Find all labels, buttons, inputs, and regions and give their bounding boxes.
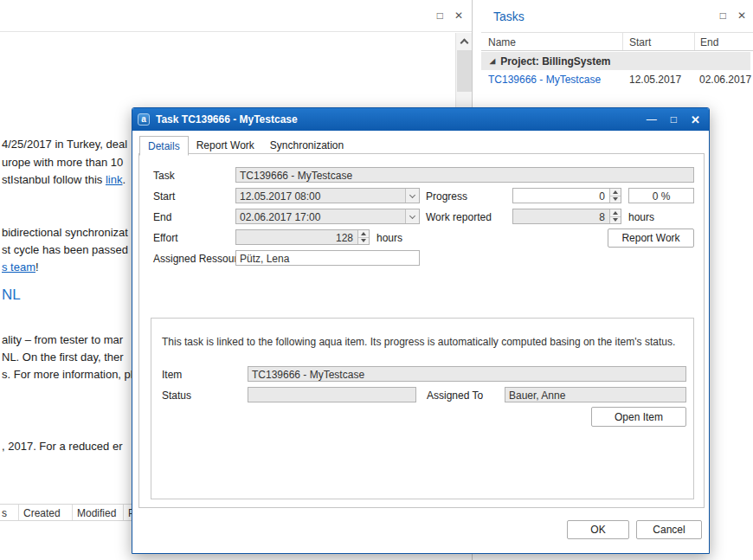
window-controls: □ ✕ xyxy=(720,10,746,22)
dialog-titlebar[interactable]: a Task TC139666 - MyTestcase — □ ✕ xyxy=(132,108,709,131)
minimize-icon[interactable]: — xyxy=(647,113,657,126)
column-header-end[interactable]: End xyxy=(695,33,753,50)
close-icon[interactable]: ✕ xyxy=(737,10,746,22)
task-row[interactable]: TC139666 - MyTestcase 12.05.2017 02.06.2… xyxy=(481,70,753,88)
progress-percent-value: 0 % xyxy=(653,190,671,203)
linked-item-group: This task is linked to the following aqu… xyxy=(151,318,694,499)
tab-strip: Details Report Work Synchronization xyxy=(139,136,351,155)
table-column-header[interactable]: Created xyxy=(19,505,73,520)
task-start-date: 12.05.2017 xyxy=(623,74,695,86)
item-value: TC139666 - MyTestcase xyxy=(252,369,364,381)
assigned-ressource-field[interactable]: Pütz, Lena xyxy=(235,250,420,266)
document-text-line: , 2017. For a reduced er xyxy=(2,440,122,453)
end-date-value: 02.06.2017 17:00 xyxy=(240,211,320,223)
task-field: TC139666 - MyTestcase xyxy=(235,167,694,183)
document-text-line: s. For more information, pl xyxy=(2,368,133,381)
app-icon: a xyxy=(138,113,150,126)
vertical-scrollbar[interactable] xyxy=(455,33,472,107)
close-icon[interactable]: ✕ xyxy=(454,10,463,22)
effort-value: 128 xyxy=(336,232,353,244)
linked-item-description: This task is linked to the following aqu… xyxy=(162,336,675,348)
group-collapse-icon[interactable]: ◢ xyxy=(490,57,495,65)
effort-spinner[interactable]: 128 xyxy=(235,229,370,245)
hyperlink[interactable]: s team xyxy=(2,261,35,274)
task-name-link[interactable]: TC139666 - MyTestcase xyxy=(481,74,623,86)
chevron-up-icon xyxy=(460,38,468,47)
document-text-line: st cycle has been passed xyxy=(2,243,128,256)
hyperlink[interactable]: link xyxy=(106,173,123,186)
spinner-down-icon[interactable] xyxy=(610,196,621,203)
tasks-grid-header: Name Start End xyxy=(481,32,753,51)
spinner-arrows[interactable] xyxy=(609,209,621,223)
spinner-up-icon[interactable] xyxy=(358,230,369,238)
effort-unit-label: hours xyxy=(376,232,402,244)
details-tab-page: Task TC139666 - MyTestcase Start 12.05.2… xyxy=(138,153,705,508)
dropdown-icon[interactable] xyxy=(405,209,419,223)
document-text-line: bidirectional synchronizat xyxy=(2,226,128,239)
progress-percent-box: 0 % xyxy=(628,188,694,203)
task-value: TC139666 - MyTestcase xyxy=(240,170,352,182)
chevron-down-icon xyxy=(409,212,415,218)
tab-details[interactable]: Details xyxy=(139,136,189,156)
work-reported-spinner[interactable]: 8 xyxy=(512,209,621,224)
chevron-down-icon xyxy=(409,191,415,197)
item-label: Item xyxy=(162,369,182,381)
item-field: TC139666 - MyTestcase xyxy=(248,366,686,382)
table-column-header[interactable]: Modified xyxy=(73,505,124,520)
assigned-to-value: Bauer, Anne xyxy=(509,389,565,402)
status-label: Status xyxy=(162,389,191,402)
tab-report-work[interactable]: Report Work xyxy=(189,136,262,155)
progress-label: Progress xyxy=(426,190,467,203)
assigned-ressource-label: Assigned Ressource xyxy=(153,253,248,265)
spinner-arrows[interactable] xyxy=(357,230,369,244)
ok-button[interactable]: OK xyxy=(567,520,629,539)
text-fragment: ! xyxy=(35,261,39,274)
document-text-line: 4/25/2017 in Turkey, deal xyxy=(2,138,127,151)
cancel-button[interactable]: Cancel xyxy=(636,520,702,539)
end-label: End xyxy=(153,211,171,223)
end-date-combo[interactable]: 02.06.2017 17:00 xyxy=(235,209,420,224)
text-fragment: stIstanbul follow this xyxy=(2,173,106,186)
screen: □ ✕ 4/25/2017 in Turkey, deal urope with… xyxy=(0,0,753,560)
open-item-button[interactable]: Open Item xyxy=(591,407,686,427)
start-date-combo[interactable]: 12.05.2017 08:00 xyxy=(235,188,420,203)
start-label: Start xyxy=(153,190,175,203)
assigned-to-label: Assigned To xyxy=(427,389,483,402)
progress-spinner[interactable]: 0 xyxy=(512,188,621,203)
dialog-title: Task TC139666 - MyTestcase xyxy=(156,113,298,126)
spinner-down-icon[interactable] xyxy=(358,238,369,245)
spinner-up-icon[interactable] xyxy=(610,209,621,217)
column-header-name[interactable]: Name xyxy=(481,33,623,50)
column-header-start[interactable]: Start xyxy=(623,33,695,50)
spinner-up-icon[interactable] xyxy=(610,189,621,196)
document-heading: NL xyxy=(2,286,21,304)
maximize-icon[interactable]: □ xyxy=(720,10,726,22)
scrollbar-thumb[interactable] xyxy=(457,50,472,92)
tasks-panel-title: Tasks xyxy=(493,10,525,23)
close-icon[interactable]: ✕ xyxy=(691,113,700,126)
dropdown-icon[interactable] xyxy=(405,189,419,203)
effort-label: Effort xyxy=(153,232,177,244)
scroll-up-icon[interactable] xyxy=(456,33,472,49)
status-field xyxy=(248,387,416,402)
maximize-icon[interactable]: □ xyxy=(437,10,443,22)
dialog-window-controls: — □ ✕ xyxy=(647,108,700,131)
spinner-arrows[interactable] xyxy=(609,189,621,203)
table-column-header[interactable]: s xyxy=(0,505,19,520)
assigned-ressource-value: Pütz, Lena xyxy=(240,253,289,265)
document-text-line: urope with more than 10 xyxy=(2,156,123,169)
window-controls: □ ✕ xyxy=(437,10,463,22)
document-text-line: NL. On the first day, ther xyxy=(2,351,124,364)
group-row-project[interactable]: ◢ Project: BillingSystem xyxy=(481,52,750,70)
task-label: Task xyxy=(153,170,175,182)
background-window-titlebar: □ ✕ xyxy=(0,0,472,32)
document-text-line: ality – from tester to mar xyxy=(2,333,123,346)
spinner-down-icon[interactable] xyxy=(610,217,621,224)
document-text-line: s team! xyxy=(2,261,39,274)
tab-synchronization[interactable]: Synchronization xyxy=(262,136,351,155)
work-reported-unit-label: hours xyxy=(628,211,654,223)
maximize-icon[interactable]: □ xyxy=(671,113,677,126)
report-work-button[interactable]: Report Work xyxy=(608,229,694,248)
document-text-line: stIstanbul follow this link. xyxy=(2,173,126,186)
text-fragment: . xyxy=(122,173,126,186)
